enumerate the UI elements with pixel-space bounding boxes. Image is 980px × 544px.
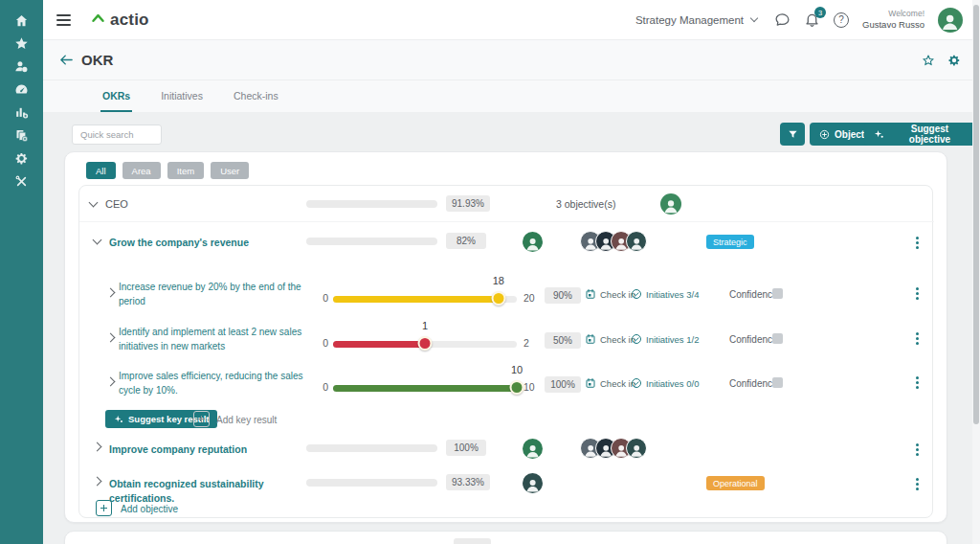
confidence-label: Confidence — [729, 378, 778, 389]
tab-okrs[interactable]: OKRs — [100, 90, 132, 112]
slider-track[interactable] — [333, 341, 517, 348]
objective-progress-bar — [306, 444, 437, 452]
filter-chip-area[interactable]: Area — [122, 162, 161, 179]
actio-logo[interactable]: actio — [90, 11, 149, 30]
filter-button[interactable] — [780, 123, 805, 146]
dashboard-gauge-icon[interactable] — [14, 82, 30, 97]
slider-max-label: 10 — [523, 381, 535, 393]
favorites-star-icon[interactable] — [14, 36, 30, 51]
back-arrow-icon[interactable] — [59, 53, 74, 67]
kebab-menu-icon[interactable] — [914, 285, 921, 302]
confidence-checkbox[interactable] — [772, 288, 783, 299]
check-in-button[interactable]: Check in — [585, 377, 635, 389]
user-avatar[interactable] — [938, 8, 963, 33]
kebab-menu-icon[interactable] — [914, 330, 921, 347]
filter-chip-all[interactable]: All — [86, 162, 116, 179]
circle-check-icon — [631, 333, 642, 345]
home-icon[interactable] — [14, 13, 30, 28]
check-in-button[interactable]: Check in — [585, 333, 635, 345]
add-key-result-plus-icon[interactable] — [193, 411, 210, 427]
slider-track[interactable] — [333, 296, 517, 303]
objective-team-avatars[interactable] — [580, 231, 647, 252]
avatar[interactable] — [626, 231, 647, 252]
objective-progress-badge: 93.33% — [446, 474, 490, 490]
add-objective-plus-icon[interactable] — [96, 500, 112, 516]
tools-icon[interactable] — [14, 174, 30, 189]
objective-owner-avatar[interactable] — [523, 473, 543, 493]
expand-chevron-icon[interactable] — [93, 442, 102, 452]
key-result-title[interactable]: Increase revenue by 20% by the end of th… — [119, 280, 318, 308]
objectives-count: 3 objective(s) — [556, 198, 615, 210]
objective-owner-avatar[interactable] — [523, 439, 543, 459]
search-input[interactable] — [72, 125, 162, 145]
add-objective-label[interactable]: Add objective — [121, 504, 178, 514]
logo-text: actio — [110, 11, 149, 30]
calendar-icon — [585, 288, 596, 300]
scrollbar-thumb[interactable] — [973, 5, 979, 424]
slider-value-label: 10 — [511, 364, 523, 375]
kebab-menu-icon[interactable] — [914, 374, 921, 391]
slider-handle[interactable] — [418, 336, 433, 351]
tab-checkins[interactable]: Check-ins — [232, 90, 280, 112]
initiatives-link[interactable]: Initiatives 3/4 — [631, 288, 699, 300]
suggest-objective-button[interactable]: Suggest objective — [864, 123, 980, 146]
notifications-bell-icon[interactable]: 3 — [804, 11, 820, 28]
chat-icon[interactable] — [774, 11, 791, 28]
objective-progress-bar — [306, 479, 437, 487]
key-result-title[interactable]: Identify and implement at least 2 new sa… — [119, 325, 318, 353]
user-greeting[interactable]: Welcome! Gustavo Russo — [862, 9, 924, 31]
workspace-dropdown[interactable]: Strategy Management — [635, 14, 757, 26]
objective-progress-bar — [306, 238, 437, 245]
expand-chevron-icon[interactable] — [106, 377, 116, 387]
hamburger-menu-icon[interactable] — [56, 11, 71, 29]
slider-handle[interactable] — [510, 380, 524, 395]
objective-title[interactable]: Grow the company's revenue — [109, 236, 301, 250]
kebab-menu-icon[interactable] — [914, 442, 921, 458]
documents-icon[interactable] — [14, 128, 30, 143]
scrollbar-track[interactable] — [972, 0, 980, 544]
settings-gear-icon[interactable] — [14, 151, 30, 166]
group-owner-avatar[interactable] — [660, 193, 681, 215]
initiatives-link[interactable]: Initiatives 0/0 — [631, 377, 699, 389]
group-name: CEO — [105, 198, 128, 210]
kebab-menu-icon[interactable] — [914, 476, 921, 492]
key-result-title[interactable]: Improve sales efficiency, reducing the s… — [119, 369, 318, 397]
collapse-chevron-icon[interactable] — [89, 198, 99, 208]
group-row-ceo: CEO 91.93% 3 objective(s) — [79, 186, 934, 222]
objective-row: Grow the company's revenue 82% Strategic — [79, 224, 934, 261]
tab-initiatives[interactable]: Initiatives — [159, 90, 205, 112]
slider-fill — [333, 385, 517, 392]
users-icon[interactable] — [14, 59, 30, 74]
page-title: OKR — [81, 52, 113, 68]
objective-team-avatars[interactable] — [580, 438, 647, 459]
reports-chart-icon[interactable] — [14, 105, 30, 120]
slider-value-label: 18 — [493, 275, 504, 286]
filter-chip-item[interactable]: Item — [167, 162, 204, 179]
welcome-text: Welcome! — [862, 9, 924, 19]
okr-tree: CEO 91.93% 3 objective(s) Grow the compa… — [78, 185, 933, 518]
objective-title[interactable]: Improve company reputation — [109, 442, 301, 457]
help-icon[interactable]: ? — [834, 12, 849, 28]
objective-owner-avatar[interactable] — [523, 232, 543, 252]
confidence-checkbox[interactable] — [772, 377, 783, 388]
expand-chevron-icon[interactable] — [93, 477, 102, 487]
add-key-result-label[interactable]: Add key result — [216, 415, 277, 425]
sparkle-icon — [874, 129, 884, 140]
check-in-button[interactable]: Check in — [585, 288, 635, 300]
avatar[interactable] — [626, 438, 647, 459]
filter-chip-user[interactable]: User — [211, 162, 249, 179]
confidence-checkbox[interactable] — [772, 333, 783, 344]
app-window: actio Strategy Management 3 ? Welcome! G… — [0, 0, 980, 544]
expand-chevron-icon[interactable] — [106, 333, 116, 343]
favorite-star-icon[interactable] — [922, 54, 935, 67]
confidence-label: Confidence — [729, 289, 778, 300]
kebab-menu-icon[interactable] — [914, 235, 921, 251]
page-settings-gear-icon[interactable] — [947, 54, 961, 67]
expand-chevron-icon[interactable] — [106, 288, 116, 298]
collapse-chevron-icon[interactable] — [93, 236, 102, 245]
initiatives-link[interactable]: Initiatives 1/2 — [631, 333, 699, 345]
group-progress-badge — [454, 538, 491, 544]
workspace-dropdown-label: Strategy Management — [635, 14, 744, 26]
slider-track[interactable] — [333, 385, 517, 392]
slider-handle[interactable] — [491, 291, 505, 306]
